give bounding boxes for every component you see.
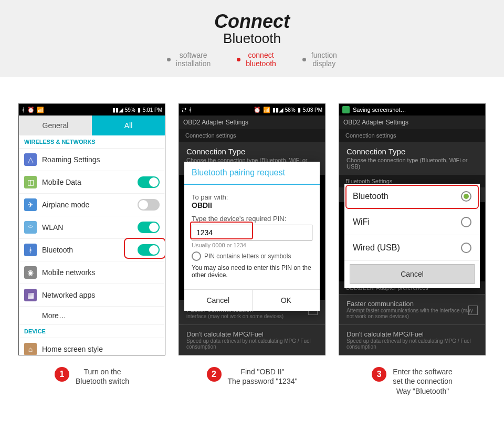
screen-subheader: Connection settings bbox=[339, 129, 485, 142]
clock-text: 5:01 PM bbox=[143, 107, 162, 113]
alarm-icon: ⏰ bbox=[27, 107, 35, 113]
row-roaming[interactable]: △ Roaming Settings bbox=[19, 149, 165, 171]
caption-1: 1 Turn on the Bluetooth switch bbox=[18, 367, 165, 386]
ok-button[interactable]: OK bbox=[252, 290, 320, 311]
caption-2: 2 Find "OBD II" The password "1234" bbox=[178, 367, 326, 386]
home-icon: ⌂ bbox=[24, 343, 37, 355]
option-bluetooth[interactable]: Bluetooth bbox=[344, 184, 480, 209]
breadcrumb: softwareinstallation connectbluetooth fu… bbox=[0, 51, 504, 68]
radio-icon bbox=[461, 243, 471, 253]
cancel-button[interactable]: Cancel bbox=[350, 264, 475, 284]
dialog-buttons: Cancel OK bbox=[184, 289, 320, 311]
phone-col-3: Saving screenshot… OBD2 Adapter Settings… bbox=[339, 103, 486, 396]
row-home-screen[interactable]: ⌂ Home screen style bbox=[19, 338, 165, 355]
mobile-data-toggle[interactable] bbox=[138, 176, 160, 188]
screen-header: OBD2 Adapter Settings bbox=[339, 116, 485, 129]
pin-hint: Usually 0000 or 1234 bbox=[192, 242, 312, 248]
step-badge: 2 bbox=[207, 367, 222, 382]
phone-col-1: ᚼ ⏰ 📶 ▮▮◢ 59% ▮ 5:01 PM General All WIRE… bbox=[18, 103, 165, 396]
dot-icon bbox=[167, 58, 171, 61]
option-wired[interactable]: Wired (USB) bbox=[344, 235, 480, 261]
bluetooth-toggle[interactable] bbox=[138, 244, 160, 256]
status-bar: ᚼ ⏰ 📶 ▮▮◢ 59% ▮ 5:01 PM bbox=[19, 104, 165, 116]
section-device: DEVICE bbox=[19, 325, 165, 338]
row-label: More… bbox=[42, 311, 160, 320]
wifi-icon: ⌔ bbox=[24, 221, 37, 234]
clock-text: 5:03 PM bbox=[303, 107, 322, 113]
row-label: Networked apps bbox=[42, 291, 160, 299]
phone-3: Saving screenshot… OBD2 Adapter Settings… bbox=[339, 103, 486, 355]
row-label: Roaming Settings bbox=[42, 155, 160, 164]
pin-input[interactable] bbox=[192, 225, 312, 240]
option-label: WiFi bbox=[353, 217, 370, 227]
signal-icon: ▮▮◢ bbox=[112, 107, 123, 113]
step-badge: 1 bbox=[55, 367, 69, 382]
screen-header: OBD2 Adapter Settings bbox=[179, 116, 325, 129]
phone-2: ⇄ ᚼ ⏰ 📶 ▮▮◢ 58% ▮ 5:03 PM OBD2 Adapter S… bbox=[178, 103, 326, 355]
crumb-software: softwareinstallation bbox=[167, 51, 211, 68]
title-main: Connect bbox=[0, 10, 504, 33]
row-mobile-networks[interactable]: ◉ Mobile networks bbox=[19, 261, 165, 284]
mobile-data-icon: ◫ bbox=[24, 176, 37, 188]
title-sub: Bluetooth bbox=[0, 30, 504, 47]
settings-tabs: General All bbox=[19, 116, 165, 135]
row-mobile-data[interactable]: ◫ Mobile Data bbox=[19, 171, 165, 194]
faded-rows: OBD2/ELM Adapter preferences Faster comm… bbox=[339, 281, 485, 355]
pin-letters-checkbox[interactable]: PIN contains letters or symbols bbox=[192, 251, 312, 261]
radio-icon bbox=[192, 251, 201, 261]
dot-icon bbox=[237, 58, 240, 61]
phones-row: ᚼ ⏰ 📶 ▮▮◢ 59% ▮ 5:01 PM General All WIRE… bbox=[0, 103, 504, 396]
pair-label: To pair with: bbox=[192, 193, 312, 201]
row-mpg[interactable]: Don't calculate MPG/Fuel Speed up data r… bbox=[339, 324, 485, 355]
row-label: Bluetooth bbox=[42, 246, 138, 254]
saving-notification: Saving screenshot… bbox=[339, 104, 485, 116]
row-label: Home screen style bbox=[42, 345, 160, 353]
row-airplane[interactable]: ✈ Airplane mode bbox=[19, 194, 165, 216]
screenshot-icon bbox=[342, 106, 350, 113]
row-more[interactable]: More… bbox=[19, 307, 165, 325]
wlan-toggle[interactable] bbox=[138, 222, 160, 233]
settings-list[interactable]: WIRELESS & NETWORKS △ Roaming Settings ◫… bbox=[19, 135, 165, 355]
connection-type-row[interactable]: Connection Type Choose the connection ty… bbox=[339, 142, 485, 175]
apps-icon: ▦ bbox=[24, 289, 37, 301]
option-label: Wired (USB) bbox=[353, 243, 400, 253]
cancel-button[interactable]: Cancel bbox=[184, 290, 252, 311]
section-wireless: WIRELESS & NETWORKS bbox=[19, 135, 165, 149]
pin-label: Type the device's required PIN: bbox=[192, 215, 312, 223]
conn-type-sub: Choose the connection type (Bluetooth, W… bbox=[346, 157, 478, 170]
option-wifi[interactable]: WiFi bbox=[344, 209, 480, 235]
alarm-icon: ⏰ bbox=[254, 107, 261, 113]
dot-icon bbox=[302, 58, 306, 61]
row-mpg[interactable]: Don't calculate MPG/Fuel Speed up data r… bbox=[179, 324, 325, 355]
bluetooth-icon: ᚼ bbox=[188, 107, 192, 113]
network-icon: ◉ bbox=[24, 266, 37, 279]
row-networked-apps[interactable]: ▦ Networked apps bbox=[19, 284, 165, 307]
row-wlan[interactable]: ⌔ WLAN bbox=[19, 216, 165, 239]
dialog-title: Bluetooth pairing request bbox=[184, 162, 320, 185]
caption-text: Find "OBD II" The password "1234" bbox=[228, 367, 298, 386]
radio-icon bbox=[461, 217, 471, 227]
pairing-dialog: Bluetooth pairing request To pair with: … bbox=[184, 162, 320, 311]
header-band: Connect Bluetooth softwareinstallation c… bbox=[0, 0, 504, 77]
battery-icon: ▮ bbox=[138, 107, 141, 113]
dialog-note: You may also need to enter this PIN on t… bbox=[192, 264, 312, 279]
connection-type-dialog: Bluetooth WiFi Wired (USB) Cancel bbox=[344, 184, 480, 288]
row-label: WLAN bbox=[42, 223, 138, 232]
row-bluetooth[interactable]: ᚼ Bluetooth bbox=[19, 239, 165, 261]
pair-value: OBDII bbox=[192, 201, 312, 209]
battery-icon: ▮ bbox=[298, 107, 301, 113]
link-icon: ⇄ bbox=[182, 107, 186, 113]
wifi-icon: 📶 bbox=[37, 107, 44, 113]
conn-type-title: Connection Type bbox=[346, 147, 478, 156]
caption-3: 3 Enter the software set the connection … bbox=[339, 367, 486, 396]
tab-general[interactable]: General bbox=[19, 116, 92, 135]
tab-all[interactable]: All bbox=[92, 116, 165, 135]
signal-icon: ▮▮◢ bbox=[272, 107, 283, 113]
phone-1: ᚼ ⏰ 📶 ▮▮◢ 59% ▮ 5:01 PM General All WIRE… bbox=[18, 103, 165, 355]
radio-icon bbox=[461, 191, 471, 202]
airplane-toggle[interactable] bbox=[138, 199, 160, 211]
saving-text: Saving screenshot… bbox=[353, 107, 406, 113]
row-faster-comm[interactable]: Faster communication Attempt faster comm… bbox=[339, 294, 485, 324]
bluetooth-icon: ᚼ bbox=[24, 244, 37, 256]
dialog-body: To pair with: OBDII Type the device's re… bbox=[184, 185, 320, 284]
